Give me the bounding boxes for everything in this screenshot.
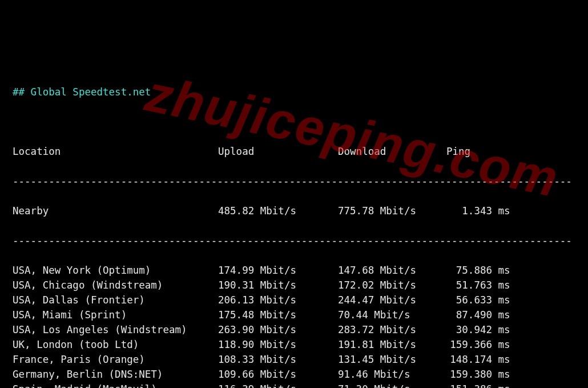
header-upload: Upload <box>218 144 338 159</box>
cell-download: 71.30 Mbit/s <box>338 382 446 388</box>
cell-upload: 116.39 Mbit/s <box>218 382 338 388</box>
cell-download: 244.47 Mbit/s <box>338 293 446 307</box>
table-row: France, Paris (Orange)108.33 Mbit/s131.4… <box>13 352 577 367</box>
section-title: ## Global Speedtest.net <box>13 85 577 99</box>
cell-upload: 175.48 Mbit/s <box>218 307 338 322</box>
header-location: Location <box>13 144 218 159</box>
cell-upload: 263.90 Mbit/s <box>218 322 338 337</box>
cell-location: UK, London (toob Ltd) <box>13 337 218 352</box>
cell-ping: 56.633 ms <box>446 293 526 307</box>
header-ping: Ping <box>446 144 526 159</box>
cell-upload: 485.82 Mbit/s <box>218 203 338 218</box>
table-header: LocationUploadDownloadPing <box>13 144 577 159</box>
cell-location: USA, Chicago (Windstream) <box>13 278 218 293</box>
table-row: USA, Miami (Sprint)175.48 Mbit/s70.44 Mb… <box>13 307 577 322</box>
table-row: UK, London (toob Ltd)118.90 Mbit/s191.81… <box>13 337 577 352</box>
cell-location: USA, Miami (Sprint) <box>13 307 218 322</box>
cell-ping: 151.386 ms <box>446 382 526 388</box>
cell-upload: 109.66 Mbit/s <box>218 367 338 382</box>
divider: ----------------------------------------… <box>13 174 577 189</box>
cell-download: 70.44 Mbit/s <box>338 307 446 322</box>
cell-location: France, Paris (Orange) <box>13 352 218 367</box>
table-row: Nearby485.82 Mbit/s775.78 Mbit/s1.343 ms <box>13 203 577 218</box>
cell-download: 191.81 Mbit/s <box>338 337 446 352</box>
cell-upload: 206.13 Mbit/s <box>218 293 338 307</box>
cell-ping: 159.366 ms <box>446 337 526 352</box>
cell-upload: 174.99 Mbit/s <box>218 263 338 278</box>
terminal-output: ## Global Speedtest.net LocationUploadDo… <box>0 59 588 388</box>
cell-upload: 118.90 Mbit/s <box>218 337 338 352</box>
cell-location: USA, Los Angeles (Windstream) <box>13 322 218 337</box>
cell-location: Germany, Berlin (DNS:NET) <box>13 367 218 382</box>
cell-location: Nearby <box>13 203 218 218</box>
table-row: USA, Los Angeles (Windstream)263.90 Mbit… <box>13 322 577 337</box>
cell-location: Spain, Madrid (MasMovil) <box>13 382 218 388</box>
cell-download: 775.78 Mbit/s <box>338 203 446 218</box>
table-row: USA, Chicago (Windstream)190.31 Mbit/s17… <box>13 278 577 293</box>
cell-location: USA, Dallas (Frontier) <box>13 293 218 307</box>
cell-upload: 190.31 Mbit/s <box>218 278 338 293</box>
table-row: Germany, Berlin (DNS:NET)109.66 Mbit/s91… <box>13 367 577 382</box>
cell-ping: 75.886 ms <box>446 263 526 278</box>
cell-download: 131.45 Mbit/s <box>338 352 446 367</box>
table-row: USA, Dallas (Frontier)206.13 Mbit/s244.4… <box>13 293 577 307</box>
divider: ----------------------------------------… <box>13 233 577 248</box>
cell-download: 172.02 Mbit/s <box>338 278 446 293</box>
cell-ping: 159.380 ms <box>446 367 526 382</box>
blank-line <box>13 114 577 129</box>
cell-ping: 1.343 ms <box>446 203 526 218</box>
cell-download: 91.46 Mbit/s <box>338 367 446 382</box>
cell-location: USA, New York (Optimum) <box>13 263 218 278</box>
cell-ping: 87.490 ms <box>446 307 526 322</box>
cell-download: 147.68 Mbit/s <box>338 263 446 278</box>
cell-upload: 108.33 Mbit/s <box>218 352 338 367</box>
cell-ping: 51.763 ms <box>446 278 526 293</box>
cell-ping: 148.174 ms <box>446 352 526 367</box>
header-download: Download <box>338 144 446 159</box>
cell-ping: 30.942 ms <box>446 322 526 337</box>
table-row: USA, New York (Optimum)174.99 Mbit/s147.… <box>13 263 577 278</box>
table-row: Spain, Madrid (MasMovil)116.39 Mbit/s71.… <box>13 382 577 388</box>
results-body: USA, New York (Optimum)174.99 Mbit/s147.… <box>13 263 577 388</box>
cell-download: 283.72 Mbit/s <box>338 322 446 337</box>
